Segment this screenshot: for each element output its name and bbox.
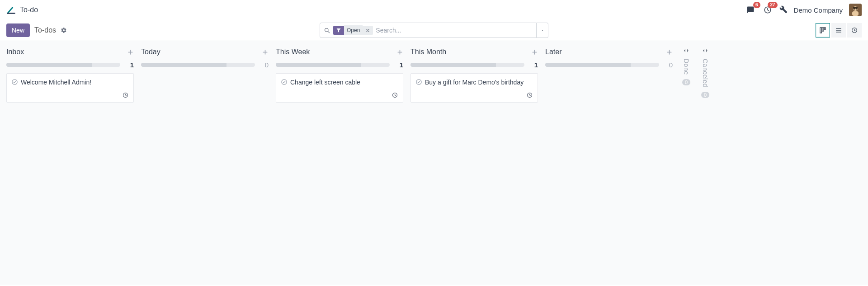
column-title[interactable]: Today xyxy=(141,48,160,56)
expand-icon xyxy=(683,47,689,55)
clock-icon[interactable] xyxy=(122,92,129,98)
messages-button[interactable]: 6 xyxy=(745,5,756,15)
folded-column-canceled[interactable]: Canceled 0 xyxy=(697,46,713,280)
search-box[interactable]: Open xyxy=(320,23,537,38)
search-input[interactable] xyxy=(376,27,533,34)
svg-rect-11 xyxy=(824,28,826,30)
folded-count: 0 xyxy=(682,79,690,85)
card-title: Welcome Mitchell Admin! xyxy=(21,78,91,86)
filter-chip-remove[interactable] xyxy=(363,26,373,35)
svg-rect-4 xyxy=(853,7,858,9)
column-count: 1 xyxy=(528,61,538,69)
view-activity-button[interactable] xyxy=(847,23,862,38)
view-list-button[interactable] xyxy=(831,23,846,38)
clock-icon[interactable] xyxy=(526,92,533,98)
search-icon[interactable] xyxy=(324,27,330,34)
column-count: 1 xyxy=(393,61,403,69)
column-add-button[interactable] xyxy=(396,49,403,56)
column-progress[interactable] xyxy=(6,63,120,67)
activities-badge: 27 xyxy=(768,2,777,8)
debug-icon[interactable] xyxy=(779,5,788,15)
column-add-button[interactable] xyxy=(262,49,269,56)
svg-point-7 xyxy=(325,28,329,32)
card-title: Buy a gift for Marc Demo's birthday xyxy=(425,78,524,86)
gear-icon[interactable] xyxy=(61,27,67,33)
kanban-card[interactable]: Change left screen cable xyxy=(276,73,403,103)
column-title[interactable]: Inbox xyxy=(6,48,24,56)
breadcrumb[interactable]: To-dos xyxy=(34,26,56,34)
column-inbox: Inbox 1 Welcome Mitchell Admin! xyxy=(3,46,137,280)
svg-rect-6 xyxy=(856,9,857,9)
column-progress[interactable] xyxy=(410,63,524,67)
search: Open xyxy=(320,23,548,38)
column-this-month: This Month 1 Buy a gift for Marc Demo's … xyxy=(407,46,542,280)
column-progress[interactable] xyxy=(141,63,255,67)
folded-count: 0 xyxy=(701,92,709,98)
column-add-button[interactable] xyxy=(531,49,538,56)
svg-rect-3 xyxy=(852,11,859,16)
actionbar: New To-dos Open xyxy=(0,20,868,41)
svg-rect-5 xyxy=(854,9,855,9)
column-title[interactable]: Later xyxy=(545,48,561,56)
search-options-toggle[interactable] xyxy=(537,23,548,38)
kanban-card[interactable]: Welcome Mitchell Admin! xyxy=(6,73,134,103)
check-circle-icon[interactable] xyxy=(281,79,288,85)
view-switcher xyxy=(816,23,862,38)
column-title[interactable]: This Week xyxy=(276,48,310,56)
svg-rect-9 xyxy=(820,28,821,33)
column-this-week: This Week 1 Change left screen cable xyxy=(272,46,407,280)
avatar[interactable] xyxy=(849,4,862,16)
messages-badge: 6 xyxy=(753,2,760,8)
column-add-button[interactable] xyxy=(127,49,134,56)
check-circle-icon[interactable] xyxy=(415,79,422,85)
column-today: Today 0 xyxy=(137,46,272,280)
expand-icon xyxy=(702,47,708,55)
column-count: 1 xyxy=(124,61,134,69)
column-progress[interactable] xyxy=(276,63,390,67)
check-circle-icon[interactable] xyxy=(11,79,18,85)
column-count: 0 xyxy=(259,61,269,69)
funnel-icon xyxy=(333,26,344,35)
folded-label: Done xyxy=(683,59,690,75)
app-icon xyxy=(6,5,16,15)
column-count: 0 xyxy=(663,61,673,69)
column-add-button[interactable] xyxy=(666,49,673,56)
kanban-board: Inbox 1 Welcome Mitchell Admin! xyxy=(0,41,868,285)
column-later: Later 0 xyxy=(542,46,676,280)
new-button[interactable]: New xyxy=(6,23,30,37)
activities-button[interactable]: 27 xyxy=(762,5,773,15)
company-switcher[interactable]: Demo Company xyxy=(794,6,843,14)
topbar-right: 6 27 Demo Company xyxy=(745,4,862,16)
view-kanban-button[interactable] xyxy=(816,23,830,38)
app-title: To-do xyxy=(20,6,38,14)
filter-chip-open: Open xyxy=(333,25,373,35)
card-title: Change left screen cable xyxy=(290,78,360,86)
topbar: To-do 6 27 Demo Company xyxy=(0,0,868,20)
folded-column-done[interactable]: Done 0 xyxy=(678,46,694,280)
clock-icon[interactable] xyxy=(392,92,398,98)
column-title[interactable]: This Month xyxy=(410,48,446,56)
column-progress[interactable] xyxy=(545,63,659,67)
svg-rect-10 xyxy=(822,28,824,31)
brand[interactable]: To-do xyxy=(6,5,38,15)
kanban-card[interactable]: Buy a gift for Marc Demo's birthday xyxy=(410,73,538,103)
folded-columns: Done 0 Canceled 0 xyxy=(678,46,713,280)
folded-label: Canceled xyxy=(702,59,709,87)
svg-line-8 xyxy=(328,31,329,33)
filter-chip-label: Open xyxy=(344,25,363,35)
